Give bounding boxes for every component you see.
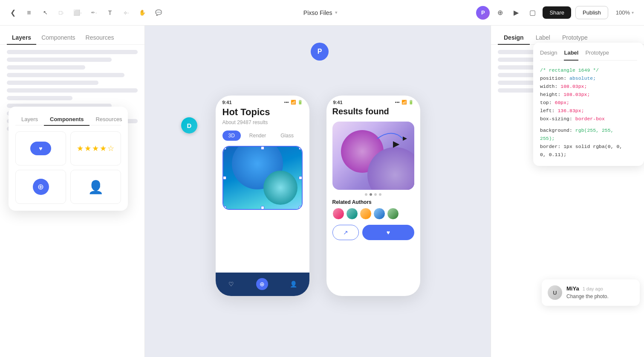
comp-user-icon: 👤 bbox=[88, 180, 104, 194]
selection-handle-bm[interactable] bbox=[261, 206, 264, 209]
tab-design[interactable]: Design bbox=[498, 31, 530, 44]
css-line-2: width: 108.03px; bbox=[540, 83, 637, 91]
zoom-chevron: ▾ bbox=[632, 10, 634, 15]
comp-compass-icon[interactable]: ⊕ bbox=[33, 179, 49, 195]
tab-components[interactable]: Components bbox=[36, 31, 80, 44]
layer-row bbox=[7, 50, 138, 54]
back-icon: ❮ bbox=[10, 9, 16, 17]
css-line-3: height: 108.03px; bbox=[540, 91, 637, 99]
phone2-dots bbox=[332, 193, 414, 196]
back-button[interactable]: ❮ bbox=[7, 7, 19, 19]
dot-4 bbox=[379, 193, 381, 196]
comp-tab-components[interactable]: Components bbox=[44, 113, 90, 125]
comp-stars: ★★★★☆ bbox=[77, 144, 115, 153]
selection-handle-mr[interactable] bbox=[299, 176, 302, 180]
layer-row bbox=[7, 58, 112, 62]
tab-render[interactable]: Render bbox=[243, 131, 272, 141]
bottom-heart-icon[interactable]: ♡ bbox=[225, 278, 237, 290]
play-icon[interactable]: ▶ bbox=[510, 7, 522, 19]
comp-cell-user: 👤 bbox=[70, 170, 121, 204]
phone1-bottom-bar: ♡ ⊕ 👤 bbox=[216, 273, 309, 296]
css-line-7: background: rgb(255, 255, bbox=[540, 127, 637, 135]
comp-cell-stars: ★★★★☆ bbox=[70, 131, 121, 165]
comment-time: 1 day ago bbox=[583, 286, 603, 291]
node-tool[interactable]: ⟡· bbox=[120, 7, 132, 19]
blue-shape-2 bbox=[263, 171, 297, 205]
phone2-status-icons: ▪▪▪ 📶 🔋 bbox=[395, 100, 413, 104]
panel-tabs: Layers Components Resources bbox=[0, 26, 144, 45]
comment-text: Change the photo. bbox=[566, 293, 634, 299]
layer-row bbox=[7, 88, 138, 93]
share-button[interactable]: Share bbox=[543, 6, 571, 19]
phone1-time: 9:41 bbox=[222, 100, 232, 105]
component-grid: ♥ ★★★★☆ ⊕ 👤 bbox=[15, 131, 121, 204]
toolbar: ❮ ≡ ↖ □· ⬜· ✒· T ⟡· ✋ 💬 Pixso Files ▾ P … bbox=[0, 0, 644, 26]
selection-handle-bl[interactable] bbox=[223, 206, 226, 209]
tab-glass[interactable]: Glass bbox=[274, 131, 300, 141]
right-panel-tabs: Design Label Prototype bbox=[491, 26, 644, 45]
d-avatar: D bbox=[181, 117, 197, 134]
tab-3d[interactable]: 3D bbox=[222, 131, 241, 141]
phone-mockup-2: 9:41 ▪▪▪ 📶 🔋 Results found Related Autho… bbox=[326, 96, 420, 296]
menu-icon[interactable]: ≡ bbox=[23, 7, 35, 19]
zoom-control[interactable]: 100% ▾ bbox=[612, 8, 637, 17]
author-avatar-1 bbox=[332, 208, 344, 220]
phone2-heart-btn[interactable]: ♥ bbox=[362, 225, 414, 240]
zoom-value: 100% bbox=[616, 9, 630, 16]
plugins-icon[interactable]: ⊕ bbox=[494, 7, 506, 19]
text-tool[interactable]: T bbox=[104, 7, 116, 19]
canvas: P D 9:41 ▪▪▪ 📶 🔋 Hot Topics About 29487 … bbox=[145, 26, 491, 357]
cursor-tool[interactable]: ↖ bbox=[39, 7, 51, 19]
tab-layers[interactable]: Layers bbox=[7, 31, 36, 44]
pen-tool[interactable]: ✒· bbox=[88, 7, 100, 19]
phone1-tabs: 3D Render Glass bbox=[222, 131, 303, 141]
component-panel: Layers Components Resources ♥ ★★★★☆ ⊕ 👤 bbox=[9, 107, 128, 211]
css-line-4: top: 60px; bbox=[540, 99, 637, 107]
monitor-icon[interactable]: ▢ bbox=[526, 7, 538, 19]
selection-handle-br[interactable] bbox=[299, 206, 302, 209]
phone2-share-btn[interactable]: ↗ bbox=[332, 225, 359, 240]
comp-cell-compass: ⊕ bbox=[15, 170, 66, 204]
css-tab-design[interactable]: Design bbox=[540, 49, 557, 56]
toolbar-left: ❮ ≡ ↖ □· ⬜· ✒· T ⟡· ✋ 💬 bbox=[7, 7, 165, 19]
comment-avatar: U bbox=[548, 285, 562, 300]
phone2-time: 9:41 bbox=[333, 100, 343, 105]
bottom-user-icon[interactable]: 👤 bbox=[288, 278, 300, 290]
phone1-status-icons: ▪▪▪ 📶 🔋 bbox=[284, 100, 303, 104]
selection-handle-tl[interactable] bbox=[223, 146, 226, 150]
comment-content: MiYa 1 day ago Change the photo. bbox=[566, 285, 634, 300]
author-avatar-2 bbox=[346, 208, 358, 220]
tab-resources[interactable]: Resources bbox=[81, 31, 119, 44]
css-tab-label[interactable]: Label bbox=[564, 49, 578, 61]
title-chevron[interactable]: ▾ bbox=[335, 10, 338, 15]
phone-mockup-1: 9:41 ▪▪▪ 📶 🔋 Hot Topics About 29487 resu… bbox=[216, 96, 309, 296]
css-line-1: position: absolute; bbox=[540, 75, 637, 83]
css-line-5: left: 136.83px; bbox=[540, 107, 637, 115]
selection-handle-tr[interactable] bbox=[299, 146, 302, 150]
comment-bubble: U MiYa 1 day ago Change the photo. bbox=[542, 279, 640, 306]
layer-row bbox=[7, 73, 124, 77]
css-line-9: border: 1px solid rgba(0, 0, bbox=[540, 143, 637, 151]
arrow-connector bbox=[375, 126, 409, 151]
phone1-content: Hot Topics About 29487 results 3D Render… bbox=[216, 107, 309, 210]
comp-panel-tabs: Layers Components Resources bbox=[15, 113, 121, 125]
comment-author: MiYa bbox=[566, 285, 579, 292]
comment-tool[interactable]: 💬 bbox=[153, 7, 165, 19]
frame-tool[interactable]: □· bbox=[55, 7, 67, 19]
phone2-title: Results found bbox=[332, 107, 414, 116]
hand-tool[interactable]: ✋ bbox=[136, 7, 148, 19]
phone2-action-buttons: ↗ ♥ bbox=[332, 225, 414, 240]
css-line-6: box-sizing: border-box bbox=[540, 115, 637, 123]
bottom-compass-icon[interactable]: ⊕ bbox=[256, 278, 268, 290]
dot-1 bbox=[365, 193, 367, 196]
phone2-authors-label: Related Authors bbox=[332, 199, 414, 205]
rect-tool[interactable]: ⬜· bbox=[72, 7, 84, 19]
comp-heart-button[interactable]: ♥ bbox=[30, 142, 51, 155]
selection-handle-tm[interactable] bbox=[261, 146, 264, 150]
selection-handle-ml[interactable] bbox=[223, 176, 226, 180]
comp-cell-heart: ♥ bbox=[15, 131, 66, 165]
comp-tab-layers[interactable]: Layers bbox=[15, 113, 44, 125]
css-tab-prototype[interactable]: Prototype bbox=[585, 49, 609, 56]
comp-tab-resources[interactable]: Resources bbox=[90, 113, 128, 125]
publish-button[interactable]: Publish bbox=[575, 6, 608, 19]
